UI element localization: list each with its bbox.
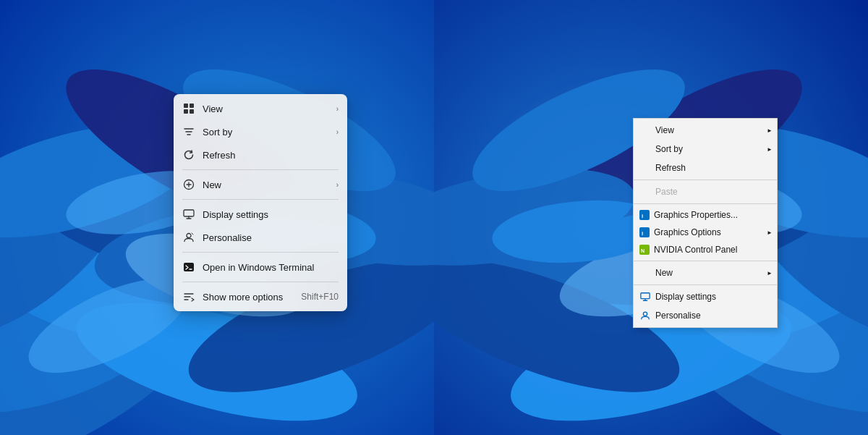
classic-item-refresh[interactable]: Refresh <box>634 159 777 177</box>
classic-item-display-settings[interactable]: Display settings <box>634 287 777 306</box>
classic-personalise-icon <box>639 310 651 321</box>
svg-text:i: i <box>642 230 643 236</box>
sort-by-label: Sort by <box>203 127 336 138</box>
classic-personalise-label: Personalise <box>655 311 762 321</box>
svg-rect-20 <box>190 109 194 114</box>
menu-item-more-options[interactable]: Show more options Shift+F10 <box>174 285 347 308</box>
svg-point-23 <box>187 234 191 238</box>
menu-item-personalise[interactable]: Personalise <box>174 226 347 249</box>
classic-intel-icon-1: i <box>639 210 650 220</box>
view-label: View <box>203 104 336 114</box>
classic-item-view[interactable]: View ► <box>634 121 777 140</box>
refresh-icon <box>182 148 195 161</box>
svg-text:i: i <box>642 213 643 219</box>
classic-view-label: View <box>655 125 762 135</box>
classic-item-sort-by[interactable]: Sort by ► <box>634 140 777 159</box>
terminal-icon <box>182 261 195 274</box>
svg-rect-45 <box>641 293 650 299</box>
classic-sort-icon <box>639 143 651 155</box>
classic-item-nvidia[interactable]: N NVIDIA Control Panel <box>634 241 777 258</box>
classic-display-settings-label: Display settings <box>655 292 762 302</box>
classic-new-label: New <box>655 268 762 278</box>
menu-item-refresh[interactable]: Refresh <box>174 143 347 166</box>
menu-item-new[interactable]: New › <box>174 173 347 196</box>
separator-3 <box>182 252 339 253</box>
more-options-shortcut: Shift+F10 <box>301 292 339 302</box>
view-arrow: › <box>336 105 339 113</box>
classic-sep-1 <box>634 180 777 180</box>
classic-sep-4 <box>634 284 777 285</box>
menu-item-view[interactable]: View › <box>174 97 347 120</box>
svg-text:N: N <box>641 248 644 253</box>
left-panel: View › Sort by › Refresh <box>0 0 434 435</box>
classic-display-settings-icon <box>639 291 651 303</box>
display-settings-icon <box>182 208 195 221</box>
classic-paste-icon <box>639 186 651 198</box>
classic-view-arrow: ► <box>767 127 773 134</box>
classic-graphics-props-label: Graphics Properties... <box>654 210 762 220</box>
classic-paste-label: Paste <box>655 187 762 197</box>
menu-item-sort-by[interactable]: Sort by › <box>174 120 347 143</box>
classic-nvidia-label: NVIDIA Control Panel <box>654 245 762 255</box>
svg-rect-24 <box>184 263 194 271</box>
sort-icon <box>182 125 195 138</box>
classic-graphics-options-label: Graphics Options <box>654 227 762 237</box>
classic-sort-arrow: ► <box>767 146 773 153</box>
terminal-label: Open in Windows Terminal <box>203 262 339 273</box>
classic-new-icon <box>639 267 651 279</box>
classic-item-graphics-props[interactable]: i Graphics Properties... <box>634 206 777 224</box>
left-context-menu: View › Sort by › Refresh <box>174 94 347 311</box>
classic-new-arrow: ► <box>767 270 773 276</box>
classic-intel-icon-2: i <box>639 227 650 237</box>
classic-refresh-label: Refresh <box>655 163 762 173</box>
classic-nvidia-icon: N <box>639 245 650 255</box>
classic-item-personalise[interactable]: Personalise <box>634 306 777 325</box>
classic-sep-3 <box>634 261 777 261</box>
classic-sep-2 <box>634 203 777 204</box>
personalise-icon <box>182 231 195 244</box>
svg-rect-19 <box>184 109 188 114</box>
separator-2 <box>182 199 339 200</box>
sort-by-arrow: › <box>336 128 339 136</box>
right-context-menu: View ► Sort by ► Refresh Paste i Graphic… <box>633 118 778 328</box>
classic-view-icon <box>639 124 651 136</box>
classic-graphics-options-arrow: ► <box>767 229 773 236</box>
classic-item-graphics-options[interactable]: i Graphics Options ► <box>634 224 777 241</box>
refresh-label: Refresh <box>203 150 339 161</box>
menu-item-display-settings[interactable]: Display settings <box>174 203 347 226</box>
svg-rect-22 <box>184 210 194 216</box>
new-label: New <box>203 180 336 190</box>
personalise-label: Personalise <box>203 232 339 243</box>
svg-rect-17 <box>184 104 188 108</box>
separator-1 <box>182 169 339 170</box>
right-panel: View ► Sort by ► Refresh Paste i Graphic… <box>434 0 868 435</box>
separator-4 <box>182 282 339 282</box>
classic-item-new[interactable]: New ► <box>634 263 777 282</box>
classic-item-paste[interactable]: Paste <box>634 182 777 201</box>
classic-refresh-icon <box>639 162 651 174</box>
classic-sort-label: Sort by <box>655 144 762 154</box>
display-settings-label: Display settings <box>203 209 339 220</box>
view-icon <box>182 102 195 115</box>
more-options-icon <box>182 290 195 303</box>
more-options-label: Show more options <box>203 292 301 303</box>
svg-rect-18 <box>190 104 194 108</box>
new-icon <box>182 178 195 191</box>
new-arrow: › <box>336 181 339 189</box>
menu-item-terminal[interactable]: Open in Windows Terminal <box>174 255 347 279</box>
svg-point-46 <box>643 312 647 316</box>
